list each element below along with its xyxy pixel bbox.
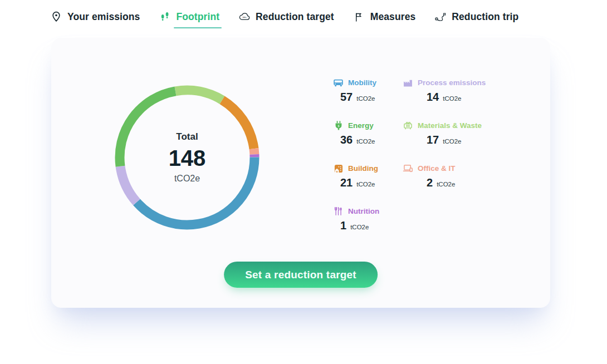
legend-unit: tCO2e	[443, 138, 461, 145]
top-nav: Your emissions Footprint co₂ Reductio	[50, 6, 518, 28]
nav-label: Reduction target	[256, 11, 334, 23]
legend-unit: tCO2e	[356, 181, 375, 188]
dumpster-icon	[402, 120, 414, 131]
donut-total-unit: tCO2e	[174, 174, 200, 184]
co2-cloud-icon: co₂	[238, 11, 251, 23]
legend-label: Nutrition	[348, 207, 379, 215]
legend-value: 21	[340, 176, 353, 189]
factory-icon	[402, 77, 414, 88]
nav-label: Footprint	[176, 11, 219, 23]
svg-text:co₂: co₂	[243, 16, 247, 18]
legend-label: Building	[348, 164, 378, 173]
building-icon	[332, 163, 344, 174]
legend-value: 17	[427, 134, 439, 146]
legend-label: Materials & Waste	[418, 121, 482, 130]
legend-unit: tCO2e	[356, 138, 375, 145]
location-pin-icon	[50, 11, 62, 23]
legend-value: 57	[340, 91, 353, 104]
legend-value: 1	[340, 219, 346, 232]
legend-item-office-it: Office & IT 2 tCO2e	[402, 163, 505, 190]
nav-item-footprint[interactable]: Footprint	[159, 11, 219, 23]
legend-value: 2	[427, 176, 433, 189]
legend-item-nutrition: Nutrition 1 tCO2e	[332, 205, 402, 233]
nav-label: Measures	[370, 11, 416, 23]
legend-unit: tCO2e	[350, 224, 369, 230]
footprint-page: Your emissions Footprint co₂ Reductio	[0, 0, 607, 364]
footprint-card: Total 148 tCO2e	[51, 38, 550, 308]
cutlery-icon	[332, 205, 344, 217]
legend-unit: tCO2e	[356, 95, 375, 102]
set-reduction-target-button[interactable]: Set a reduction target	[224, 262, 378, 288]
footprints-icon	[159, 11, 171, 23]
legend-value: 36	[340, 134, 353, 146]
bus-icon	[332, 77, 344, 88]
legend-label: Process emissions	[418, 78, 486, 87]
legend-item-materials-waste: Materials & Waste 17 tCO2e	[402, 120, 505, 147]
legend-label: Mobility	[348, 78, 376, 87]
legend-label: Energy	[348, 121, 374, 130]
legend-item-mobility: Mobility 57 tCO2e	[332, 77, 402, 105]
emissions-legend: Mobility 57 tCO2e Process emissions	[332, 77, 505, 233]
donut-total-label: Total	[176, 131, 198, 142]
nav-item-reduction-trip[interactable]: Reduction trip	[434, 11, 518, 23]
legend-label: Office & IT	[418, 164, 456, 173]
flag-icon	[353, 11, 365, 23]
route-icon	[434, 11, 447, 23]
power-plug-icon	[332, 120, 344, 131]
nav-item-your-emissions[interactable]: Your emissions	[50, 11, 140, 23]
legend-item-process-emissions: Process emissions 14 tCO2e	[402, 77, 505, 105]
legend-unit: tCO2e	[437, 181, 455, 188]
nav-label: Reduction trip	[452, 11, 518, 23]
legend-item-energy: Energy 36 tCO2e	[332, 120, 402, 147]
donut-total-value: 148	[169, 147, 206, 169]
donut-center: Total 148 tCO2e	[115, 85, 260, 230]
nav-label: Your emissions	[67, 11, 140, 23]
legend-item-building: Building 21 tCO2e	[332, 163, 402, 190]
laptop-icon	[402, 163, 414, 174]
legend-unit: tCO2e	[443, 95, 461, 102]
nav-item-reduction-target[interactable]: co₂ Reduction target	[238, 11, 334, 23]
nav-item-measures[interactable]: Measures	[353, 11, 416, 23]
legend-value: 14	[427, 91, 439, 104]
emissions-donut-chart: Total 148 tCO2e	[115, 85, 260, 230]
